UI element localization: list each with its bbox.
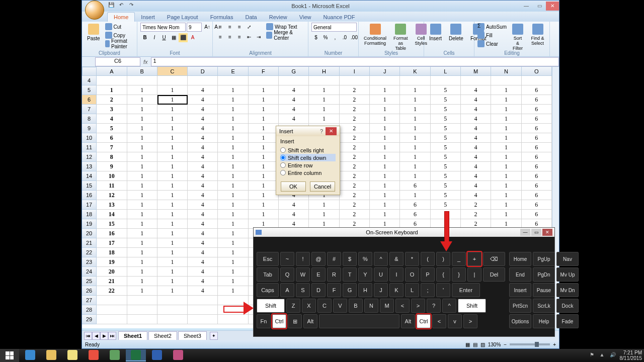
- cell[interactable]: 1: [157, 133, 188, 143]
- cell[interactable]: 1: [127, 124, 157, 133]
- cell[interactable]: 1: [491, 124, 521, 133]
- cell[interactable]: 15: [97, 219, 127, 229]
- cell[interactable]: [97, 76, 127, 85]
- cell[interactable]: 4: [188, 85, 218, 95]
- cell[interactable]: 1: [127, 114, 157, 124]
- cell[interactable]: 1: [127, 181, 157, 191]
- cell[interactable]: 14: [97, 210, 127, 219]
- cell[interactable]: 1: [127, 277, 157, 286]
- cell[interactable]: 1: [400, 105, 430, 114]
- cell[interactable]: 2: [340, 171, 370, 181]
- cell[interactable]: 1: [370, 124, 400, 133]
- cell[interactable]: 4: [461, 181, 491, 191]
- taskbar-item-chrome[interactable]: [84, 349, 104, 361]
- align-left-button[interactable]: ≡: [216, 33, 225, 42]
- cell[interactable]: [400, 76, 430, 85]
- osk-key[interactable]: Q: [280, 267, 294, 282]
- osk-key[interactable]: M: [380, 299, 394, 313]
- osk-key[interactable]: ?: [427, 299, 441, 313]
- osk-key[interactable]: J: [374, 283, 388, 297]
- italic-button[interactable]: I: [150, 33, 159, 42]
- name-box[interactable]: C6: [95, 57, 140, 66]
- osk-key[interactable]: &: [389, 252, 404, 266]
- osk-key[interactable]: C: [317, 299, 332, 313]
- taskbar-item-ie[interactable]: [20, 349, 40, 361]
- osk-key[interactable]: Shift: [257, 299, 285, 313]
- cell[interactable]: [370, 76, 400, 85]
- cell[interactable]: 1: [491, 162, 521, 171]
- cell[interactable]: 4: [461, 152, 491, 162]
- cell[interactable]: 1: [218, 277, 248, 286]
- fx-icon[interactable]: fx: [143, 59, 148, 65]
- minimize-button[interactable]: —: [520, 2, 533, 11]
- cell[interactable]: 6: [522, 210, 552, 219]
- osk-key[interactable]: U: [374, 267, 388, 282]
- dialog-cancel-button[interactable]: Cancel: [310, 182, 335, 192]
- osk-side-key[interactable]: End: [509, 267, 531, 282]
- cell[interactable]: 1: [309, 95, 339, 105]
- osk-key[interactable]: S: [296, 283, 310, 297]
- close-button[interactable]: ✕: [546, 2, 559, 11]
- cell[interactable]: 1: [157, 267, 188, 277]
- cell[interactable]: [188, 305, 218, 315]
- column-header[interactable]: K: [400, 67, 430, 76]
- cell[interactable]: 1: [491, 152, 521, 162]
- cell[interactable]: [188, 296, 218, 305]
- cell[interactable]: 5: [431, 85, 461, 95]
- cell[interactable]: [188, 315, 218, 324]
- view-normal-button[interactable]: ▦: [465, 342, 470, 347]
- osk-side-key[interactable]: Home: [509, 252, 531, 266]
- row-header[interactable]: 21: [82, 238, 97, 248]
- cell[interactable]: 1: [249, 114, 279, 124]
- cell[interactable]: 1: [157, 114, 188, 124]
- cell[interactable]: 1: [218, 229, 248, 238]
- osk-key[interactable]: [319, 314, 399, 328]
- osk-key[interactable]: P: [421, 267, 435, 282]
- cell[interactable]: 1: [218, 267, 248, 277]
- percent-button[interactable]: %: [321, 33, 330, 42]
- osk-key[interactable]: ;: [421, 283, 435, 297]
- osk-key[interactable]: D: [311, 283, 326, 297]
- cell[interactable]: 6: [400, 210, 430, 219]
- start-button[interactable]: [0, 349, 19, 362]
- cell[interactable]: 1: [127, 143, 157, 152]
- cell[interactable]: 1: [157, 229, 188, 238]
- cell[interactable]: [309, 76, 339, 85]
- row-header[interactable]: 28: [82, 305, 97, 315]
- merge-center-button[interactable]: Merge & Center: [266, 31, 305, 39]
- align-middle-button[interactable]: ≡: [225, 23, 234, 32]
- cell[interactable]: 5: [431, 152, 461, 162]
- osk-side-key[interactable]: Nav: [556, 252, 579, 266]
- osk-side-key[interactable]: PgUp: [533, 252, 555, 266]
- cell[interactable]: 1: [157, 286, 188, 296]
- osk-side-key[interactable]: Fade: [556, 314, 579, 328]
- dialog-help-button[interactable]: ?: [317, 128, 326, 134]
- osk-key[interactable]: ^: [442, 299, 456, 313]
- cell[interactable]: 1: [127, 152, 157, 162]
- osk-key[interactable]: Y: [358, 267, 372, 282]
- cell[interactable]: [127, 296, 157, 305]
- cell[interactable]: 3: [97, 105, 127, 114]
- sheet-tab[interactable]: Sheet3: [178, 331, 207, 340]
- underline-button[interactable]: U: [159, 33, 169, 42]
- cell[interactable]: 1: [370, 105, 400, 114]
- cell[interactable]: 1: [249, 95, 279, 105]
- cell[interactable]: 4: [188, 267, 218, 277]
- cell[interactable]: 1: [127, 238, 157, 248]
- font-name-combo[interactable]: Times New Rom: [140, 23, 186, 32]
- osk-key[interactable]: Ctrl: [272, 314, 286, 328]
- cell[interactable]: 1: [400, 152, 430, 162]
- cell[interactable]: 6: [522, 200, 552, 210]
- cell[interactable]: 1: [249, 162, 279, 171]
- ribbon-tab-nuance-pdf[interactable]: Nuance PDF: [317, 13, 361, 22]
- osk-key[interactable]: X: [302, 299, 316, 313]
- cell[interactable]: 1: [400, 133, 430, 143]
- cell[interactable]: 6: [522, 191, 552, 200]
- taskbar-item-word[interactable]: [147, 349, 167, 361]
- cell[interactable]: [97, 296, 127, 305]
- cell[interactable]: 1: [491, 133, 521, 143]
- font-size-combo[interactable]: 9: [187, 23, 202, 32]
- osk-side-key[interactable]: Insert: [509, 283, 531, 297]
- cell[interactable]: 4: [188, 95, 218, 105]
- column-header[interactable]: E: [218, 67, 248, 76]
